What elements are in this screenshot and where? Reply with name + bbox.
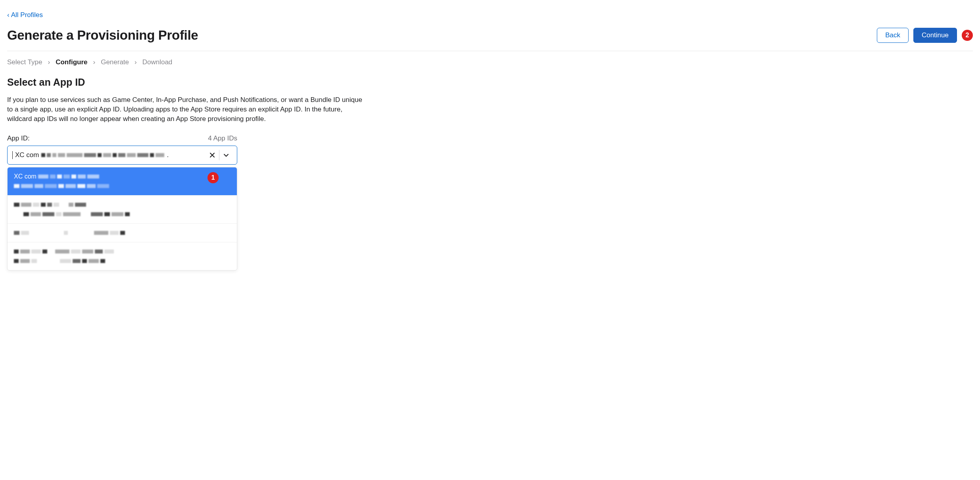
option-prefix: XC com: [14, 173, 37, 180]
breadcrumb-step-select-type[interactable]: Select Type: [7, 58, 42, 66]
header: Generate a Provisioning Profile Back Con…: [7, 28, 973, 51]
app-id-option[interactable]: [8, 224, 237, 242]
breadcrumb-step-download[interactable]: Download: [142, 58, 173, 66]
app-id-count: 4 App IDs: [208, 134, 237, 142]
breadcrumb-step-configure[interactable]: Configure: [56, 58, 87, 66]
app-id-input-prefix: XC com: [15, 151, 39, 159]
app-id-input[interactable]: XC com .: [12, 151, 206, 159]
back-button[interactable]: Back: [877, 28, 909, 43]
chevron-right-icon: ›: [135, 58, 137, 66]
app-id-dropdown: 1 XC com: [7, 167, 237, 271]
app-id-option[interactable]: [8, 196, 237, 224]
header-buttons: Back Continue 2: [877, 28, 973, 43]
app-id-label: App ID:: [7, 134, 30, 142]
annotation-badge-1: 1: [208, 172, 219, 183]
app-id-option[interactable]: 1 XC com: [8, 167, 237, 196]
text-caret: [12, 151, 13, 159]
app-id-option[interactable]: [8, 242, 237, 270]
app-id-field: App ID: 4 App IDs XC com .: [7, 134, 237, 271]
chevron-right-icon: ›: [93, 58, 95, 66]
app-id-combobox[interactable]: XC com .: [7, 146, 237, 165]
chevron-right-icon: ›: [48, 58, 50, 66]
back-link[interactable]: ‹ All Profiles: [7, 11, 43, 19]
chevron-left-icon: ‹: [7, 11, 10, 19]
combo-actions: [206, 148, 233, 162]
page-title: Generate a Provisioning Profile: [7, 28, 198, 43]
app-id-input-trail: .: [167, 151, 169, 159]
clear-icon[interactable]: [206, 148, 219, 162]
continue-button[interactable]: Continue: [913, 28, 957, 43]
section-title: Select an App ID: [7, 77, 973, 88]
redacted-text: [41, 153, 164, 157]
annotation-badge-2: 2: [962, 30, 973, 41]
back-link-label: All Profiles: [11, 11, 43, 19]
chevron-down-icon[interactable]: [219, 148, 233, 162]
breadcrumb: Select Type › Configure › Generate › Dow…: [7, 58, 973, 66]
breadcrumb-step-generate[interactable]: Generate: [101, 58, 129, 66]
section-description: If you plan to use services such as Game…: [7, 95, 364, 123]
